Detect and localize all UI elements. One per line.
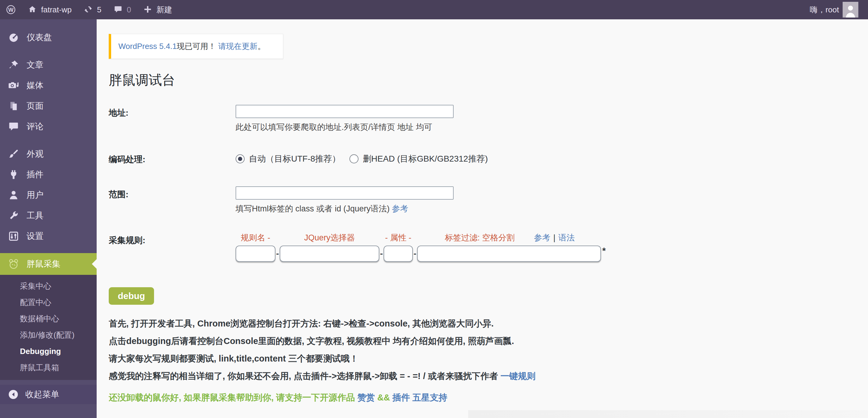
submenu-item-debugging[interactable]: Debugging	[0, 343, 97, 359]
svg-text:W: W	[8, 7, 13, 13]
sidebar-item-fatrat-collect[interactable]: 胖鼠采集	[0, 253, 97, 275]
dashboard-icon	[8, 32, 19, 43]
collapse-menu-label: 收起菜单	[25, 389, 59, 400]
donate-link[interactable]: 赞赏	[357, 393, 375, 402]
submenu-item-data-bucket-center[interactable]: 数据桶中心	[0, 310, 97, 327]
notice-available-text: 现已可用！	[177, 42, 216, 51]
update-now-link[interactable]: 请现在更新	[218, 42, 257, 51]
settings-sliders-icon	[8, 231, 19, 242]
sidebar-item-comments[interactable]: 评论	[0, 116, 97, 137]
rule-name-input[interactable]	[236, 245, 275, 262]
rules-reference-link[interactable]: 参考	[534, 232, 550, 243]
attribute-input[interactable]	[383, 245, 413, 262]
new-content-label: 新建	[156, 4, 172, 15]
instruction-line: 点击debugging后请看控制台Console里面的数据, 文字教程, 视频教…	[109, 336, 868, 346]
sidebar-item-label: 文章	[27, 59, 43, 71]
sidebar-item-dashboard[interactable]: 仪表盘	[0, 27, 97, 48]
one-key-rules-link[interactable]: 一键规则	[500, 371, 535, 381]
tag-filter-header: 标签过滤: 空格分割	[445, 232, 515, 243]
rules-link-divider: |	[553, 233, 555, 242]
support-note-amp: &&	[375, 393, 392, 402]
avatar	[843, 2, 858, 18]
debug-button[interactable]: debug	[109, 287, 154, 305]
support-note: 还没卸载的鼠你好, 如果胖鼠采集帮助到你, 请支持一下开源作品 赞赏 && 插件…	[109, 392, 868, 404]
update-notice: WordPress 5.4.1现已可用！ 请现在更新。	[109, 34, 283, 59]
sidebar-item-media[interactable]: 媒体	[0, 75, 97, 96]
sidebar-item-label: 媒体	[27, 80, 43, 91]
tag-filter-input[interactable]	[417, 245, 601, 262]
instruction-line: 请大家每次写规则都要测试, link,title,content 三个都要测试哦…	[109, 354, 868, 363]
collapse-arrow-icon	[8, 389, 19, 400]
home-icon	[28, 5, 37, 14]
rules-row: 采集规则: 规则名 - JQuery选择器 - 属性 - 标签过滤: 空格分割 …	[109, 232, 868, 262]
sidebar-item-users[interactable]: 用户	[0, 185, 97, 205]
encoding-option-delhead[interactable]: 删HEAD (目标GBK/GB2312推荐)	[349, 153, 488, 165]
sidebar-item-label: 工具	[27, 210, 43, 221]
sidebar-item-settings[interactable]: 设置	[0, 226, 97, 246]
my-account-menu[interactable]: 嗨，root	[804, 2, 864, 18]
plus-icon	[143, 5, 153, 14]
instructions: 首先, 打开开发者工具, Chrome浏览器控制台打开方法: 右键->检查->c…	[109, 319, 868, 381]
user-icon	[8, 189, 19, 201]
rule-separator: -	[413, 249, 417, 259]
jquery-selector-input[interactable]	[280, 245, 379, 262]
five-star-link[interactable]: 五星支持	[412, 393, 447, 402]
scope-row: 范围: 填写Html标签的 class 或者 id (Jquery语法) 参考	[109, 186, 868, 214]
sidebar-item-label: 页面	[27, 100, 43, 112]
address-input[interactable]	[236, 105, 454, 118]
fatrat-submenu: 采集中心 配置中心 数据桶中心 添加/修改(配置) Debugging 胖鼠工具…	[0, 275, 97, 380]
camera-icon	[8, 80, 19, 91]
update-icon	[84, 5, 93, 14]
sidebar-item-label: 插件	[27, 169, 43, 180]
rule-separator: -	[379, 249, 383, 259]
plugin-link[interactable]: 插件	[392, 393, 410, 402]
sidebar-item-tools[interactable]: 工具	[0, 205, 97, 226]
sidebar-item-label: 外观	[27, 148, 43, 160]
rule-name-header: 规则名 -	[236, 232, 275, 243]
scope-reference-link[interactable]: 参考	[392, 204, 408, 213]
plug-icon	[8, 169, 19, 180]
sidebar-item-appearance[interactable]: 外观	[0, 144, 97, 164]
collapse-menu-button[interactable]: 收起菜单	[0, 385, 97, 404]
address-help-text: 此处可以填写你要爬取的地址.列表页/详情页 地址 均可	[236, 122, 454, 132]
submenu-item-fatrat-toolbox[interactable]: 胖鼠工具箱	[0, 359, 97, 376]
site-name-menu[interactable]: fatrat-wp	[22, 0, 78, 19]
sidebar-item-posts[interactable]: 文章	[0, 55, 97, 75]
site-name-label: fatrat-wp	[41, 5, 71, 14]
encoding-option-auto[interactable]: 自动（目标UTF-8推荐）	[236, 153, 340, 165]
attribute-header: - 属性 -	[383, 232, 413, 243]
rules-label: 采集规则:	[109, 232, 236, 246]
new-content-menu[interactable]: 新建	[137, 0, 178, 19]
pages-icon	[8, 100, 19, 112]
encoding-label: 编码处理:	[109, 151, 236, 165]
wordpress-logo-icon: W	[6, 5, 16, 14]
sidebar-item-pages[interactable]: 页面	[0, 96, 97, 116]
required-asterisk: *	[602, 245, 606, 256]
scope-label: 范围:	[109, 186, 236, 200]
scope-input[interactable]	[236, 186, 454, 200]
page-title: 胖鼠调试台	[109, 72, 868, 88]
paintbrush-icon	[8, 148, 19, 160]
comment-bubble-icon	[114, 5, 123, 14]
update-count: 5	[97, 5, 101, 14]
rules-header: 规则名 - JQuery选择器 - 属性 - 标签过滤: 空格分割 参考 | 语…	[236, 232, 606, 243]
wordpress-logo-menu[interactable]: W	[0, 0, 22, 19]
sidebar-item-plugins[interactable]: 插件	[0, 164, 97, 185]
scope-help-label: 填写Html标签的 class 或者 id (Jquery语法)	[236, 204, 392, 213]
submenu-item-collect-center[interactable]: 采集中心	[0, 278, 97, 294]
comments-menu[interactable]: 0	[107, 0, 137, 19]
submenu-item-config-center[interactable]: 配置中心	[0, 294, 97, 310]
radio-selected-icon[interactable]	[236, 154, 245, 163]
sidebar-item-label: 仪表盘	[27, 32, 52, 43]
rules-syntax-link[interactable]: 语法	[558, 232, 575, 243]
admin-bar: W fatrat-wp 5 0	[0, 0, 868, 19]
submenu-item-add-edit-config[interactable]: 添加/修改(配置)	[0, 327, 97, 343]
radio-unselected-icon[interactable]	[349, 154, 359, 163]
notice-suffix: 。	[257, 42, 265, 51]
comment-count: 0	[127, 5, 131, 14]
encoding-option-label: 自动（目标UTF-8推荐）	[249, 153, 340, 165]
updates-menu[interactable]: 5	[78, 0, 107, 19]
wordpress-version-link[interactable]: WordPress 5.4.1	[118, 42, 177, 51]
wrench-icon	[8, 210, 19, 221]
rules-inputs: - - - *	[236, 245, 606, 262]
